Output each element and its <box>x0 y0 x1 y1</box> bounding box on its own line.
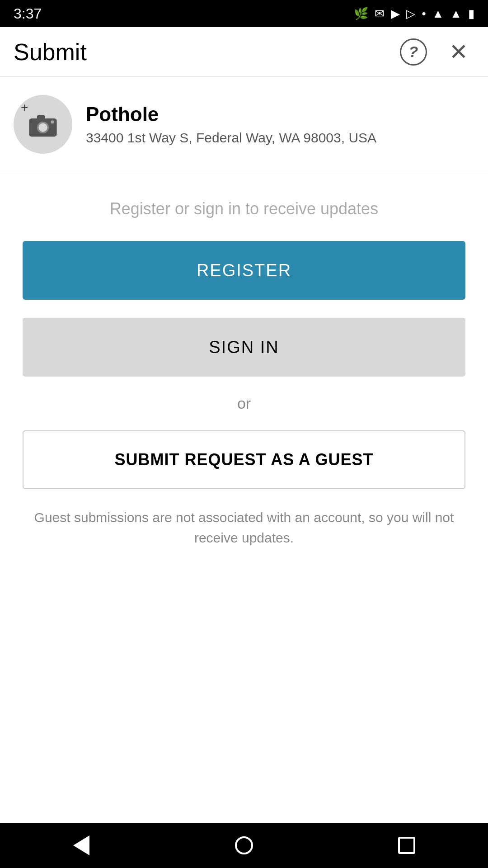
prompt-text: Register or sign in to receive updates <box>110 199 378 218</box>
issue-info: Pothole 33400 1st Way S, Federal Way, WA… <box>86 103 376 146</box>
status-bar: 3:37 🌿 ✉ ▶ ▷ • ▲ ▲ ▮ <box>0 0 488 27</box>
status-time: 3:37 <box>14 5 42 22</box>
recents-icon <box>398 837 415 854</box>
app-bar-actions: ? ✕ <box>398 36 474 68</box>
guest-button[interactable]: SUBMIT REQUEST AS A GUEST <box>23 430 465 489</box>
close-icon: ✕ <box>449 41 468 63</box>
nav-back-button[interactable] <box>63 827 99 863</box>
app-bar: Submit ? ✕ <box>0 27 488 77</box>
play-store-icon: ▶ <box>391 7 400 21</box>
plus-icon: + <box>21 101 28 114</box>
wifi-icon: ▲ <box>432 7 444 21</box>
svg-point-2 <box>38 123 47 132</box>
nav-home-button[interactable] <box>226 827 262 863</box>
camera-icon <box>27 108 59 140</box>
main-content: Register or sign in to receive updates R… <box>0 172 488 575</box>
nav-recents-button[interactable] <box>389 827 425 863</box>
status-icons: 🌿 ✉ ▶ ▷ • ▲ ▲ ▮ <box>354 7 474 21</box>
bottom-nav <box>0 823 488 868</box>
svg-point-4 <box>51 120 54 123</box>
svg-rect-3 <box>37 115 45 120</box>
gmail-icon: ✉ <box>375 7 385 21</box>
register-button[interactable]: REGISTER <box>23 241 465 300</box>
leaf-icon: 🌿 <box>354 7 368 21</box>
help-button[interactable]: ? <box>398 36 429 68</box>
signal-icon: ▲ <box>450 7 462 21</box>
battery-icon: ▮ <box>468 7 474 21</box>
issue-address: 33400 1st Way S, Federal Way, WA 98003, … <box>86 130 376 146</box>
guest-note: Guest submissions are not associated wit… <box>23 507 465 548</box>
issue-type: Pothole <box>86 103 376 126</box>
close-button[interactable]: ✕ <box>443 36 474 68</box>
home-icon <box>235 836 253 854</box>
or-separator: or <box>237 395 251 412</box>
camera-avatar[interactable]: + <box>14 95 72 154</box>
back-icon <box>73 835 89 855</box>
issue-header: + Pothole 33400 1st Way S, Federal Way, … <box>0 77 488 172</box>
notification-dot: • <box>422 7 426 21</box>
forward-icon: ▷ <box>406 7 415 21</box>
page-title: Submit <box>14 38 87 66</box>
signin-button[interactable]: SIGN IN <box>23 318 465 377</box>
help-icon: ? <box>400 38 427 66</box>
